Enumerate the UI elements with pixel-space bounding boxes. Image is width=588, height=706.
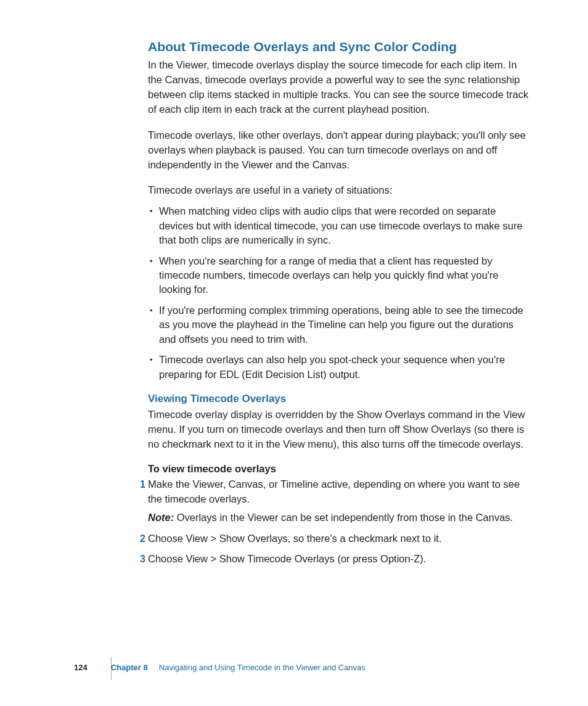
step-item: 2 Choose View > Show Overlays, so there'… [148,532,533,546]
document-page: About Timecode Overlays and Sync Color C… [0,0,588,706]
step-number: 2 [136,532,145,546]
note-label: Note: [148,512,174,523]
procedure-steps: 1 Make the Viewer, Canvas, or Timeline a… [148,477,533,567]
step-number: 1 [136,477,145,491]
procedure-title: To view timecode overlays [148,463,533,475]
paragraph-list-intro: Timecode overlays are useful in a variet… [148,183,533,198]
bullet-item: If you're performing complex trimming op… [148,303,533,347]
step-text: Make the Viewer, Canvas, or Timeline act… [148,478,520,504]
step-item: 3 Choose View > Show Timecode Overlays (… [148,552,533,567]
paragraph-subsection: Timecode overlay display is overridden b… [148,408,533,452]
paragraph-intro-2: Timecode overlays, like other overlays, … [148,128,533,173]
bullet-item: When you're searching for a range of med… [148,254,533,297]
subsection-heading: Viewing Timecode Overlays [148,393,533,405]
section-heading: About Timecode Overlays and Sync Color C… [148,39,533,54]
note-text: Overlays in the Viewer can be set indepe… [177,512,513,523]
step-item: 1 Make the Viewer, Canvas, or Timeline a… [148,477,533,525]
chapter-title: Navigating and Using Timecode in the Vie… [159,663,365,672]
page-number: 124 [74,663,88,672]
paragraph-intro-1: In the Viewer, timecode overlays display… [148,58,533,117]
bullet-item: Timecode overlays can also help you spot… [148,353,533,382]
step-number: 3 [136,552,145,566]
note: Note: Overlays in the Viewer can be set … [148,511,533,525]
step-text: Choose View > Show Timecode Overlays (or… [148,553,426,564]
chapter-label: Chapter 8 [111,663,148,672]
step-text: Choose View > Show Overlays, so there's … [148,533,442,544]
page-footer: 124 Chapter 8 Navigating and Using Timec… [0,663,588,672]
bullet-item: When matching video clips with audio cli… [148,204,533,247]
bullet-list: When matching video clips with audio cli… [148,204,533,382]
